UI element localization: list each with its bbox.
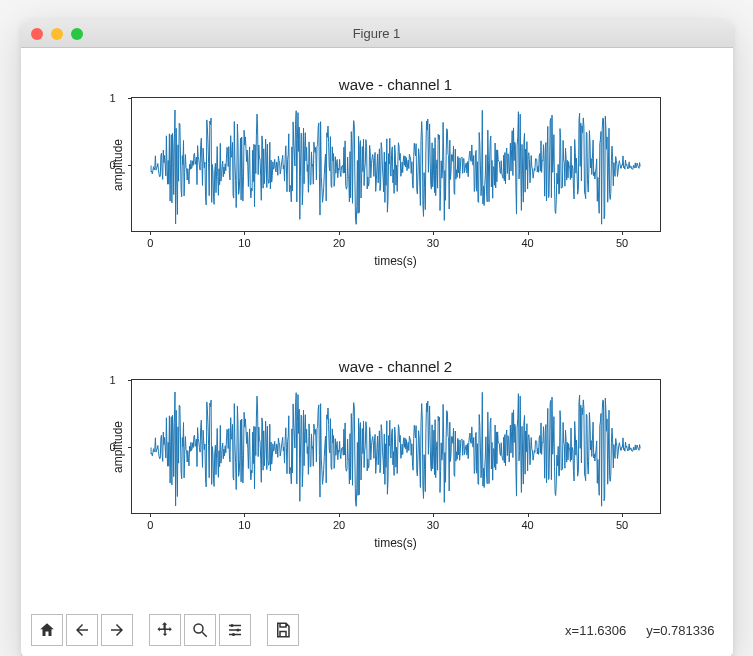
svg-point-2 bbox=[230, 624, 233, 627]
chart-1-axes[interactable]: amplitude 1 0 0 10 20 30 40 50 bbox=[131, 97, 661, 232]
chart-1-xtick: 40 bbox=[521, 237, 533, 249]
svg-point-3 bbox=[236, 629, 239, 632]
minimize-button[interactable] bbox=[51, 28, 63, 40]
sliders-icon bbox=[226, 621, 244, 639]
traffic-lights bbox=[31, 28, 83, 40]
cursor-y: y=0.781336 bbox=[646, 623, 714, 638]
arrow-right-icon bbox=[108, 621, 126, 639]
close-button[interactable] bbox=[31, 28, 43, 40]
chart-2-waveform bbox=[132, 380, 662, 515]
chart-1-xtick: 50 bbox=[616, 237, 628, 249]
zoom-button[interactable] bbox=[184, 614, 216, 646]
chart-1-xtick: 10 bbox=[238, 237, 250, 249]
save-button[interactable] bbox=[267, 614, 299, 646]
chart-2-axes[interactable]: amplitude 1 0 0 10 20 30 40 50 bbox=[131, 379, 661, 514]
chart-1-waveform bbox=[132, 98, 662, 233]
home-icon bbox=[38, 621, 56, 639]
chart-2-ytick: 0 bbox=[110, 441, 116, 453]
chart-2-title: wave - channel 2 bbox=[131, 358, 661, 375]
titlebar: Figure 1 bbox=[21, 20, 733, 48]
chart-1-xtick: 20 bbox=[333, 237, 345, 249]
forward-button[interactable] bbox=[101, 614, 133, 646]
chart-2-xtick: 40 bbox=[521, 519, 533, 531]
chart-2-ytick: 1 bbox=[110, 374, 116, 386]
arrow-left-icon bbox=[73, 621, 91, 639]
window-title: Figure 1 bbox=[353, 26, 401, 41]
configure-button[interactable] bbox=[219, 614, 251, 646]
cursor-coords: x=11.6306 y=0.781336 bbox=[565, 623, 722, 638]
chart-1-ytick: 0 bbox=[110, 159, 116, 171]
chart-1-ytick: 1 bbox=[110, 92, 116, 104]
chart-2-xtick: 50 bbox=[616, 519, 628, 531]
toolbar: x=11.6306 y=0.781336 bbox=[21, 608, 733, 656]
chart-2-xtick: 20 bbox=[333, 519, 345, 531]
move-icon bbox=[156, 621, 174, 639]
zoom-icon bbox=[191, 621, 209, 639]
chart-1-xlabel: times(s) bbox=[131, 254, 661, 268]
plot-area[interactable]: wave - channel 1 amplitude 1 0 0 10 20 3… bbox=[21, 58, 733, 608]
chart-1-xtick: 0 bbox=[147, 237, 153, 249]
maximize-button[interactable] bbox=[71, 28, 83, 40]
pan-button[interactable] bbox=[149, 614, 181, 646]
figure-window: Figure 1 wave - channel 1 amplitude 1 0 … bbox=[21, 20, 733, 656]
svg-point-4 bbox=[232, 633, 235, 636]
chart-2-xtick: 10 bbox=[238, 519, 250, 531]
chart-1: wave - channel 1 amplitude 1 0 0 10 20 3… bbox=[131, 76, 661, 268]
chart-1-xtick: 30 bbox=[427, 237, 439, 249]
cursor-x: x=11.6306 bbox=[565, 623, 626, 638]
save-icon bbox=[274, 621, 292, 639]
svg-point-0 bbox=[194, 624, 203, 633]
svg-line-1 bbox=[202, 632, 207, 637]
chart-2-xtick: 30 bbox=[427, 519, 439, 531]
chart-2-xtick: 0 bbox=[147, 519, 153, 531]
chart-2: wave - channel 2 amplitude 1 0 0 10 20 3… bbox=[131, 358, 661, 550]
back-button[interactable] bbox=[66, 614, 98, 646]
figure-content: wave - channel 1 amplitude 1 0 0 10 20 3… bbox=[21, 48, 733, 656]
chart-2-xlabel: times(s) bbox=[131, 536, 661, 550]
chart-1-title: wave - channel 1 bbox=[131, 76, 661, 93]
home-button[interactable] bbox=[31, 614, 63, 646]
